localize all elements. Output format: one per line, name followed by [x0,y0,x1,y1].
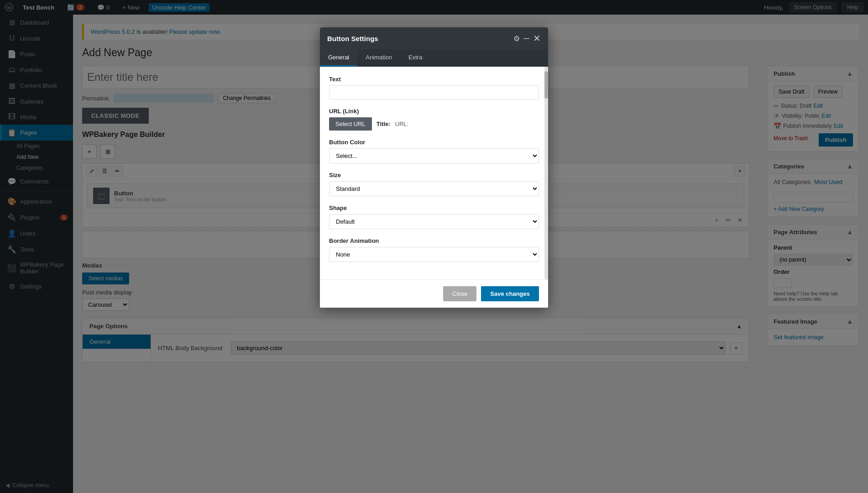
text-field-row: Text Sign up now! [329,76,539,100]
modal-overlay: Button Settings ⚙ ─ ✕ General Animation … [0,0,868,493]
shape-label: Shape [329,205,539,211]
button-color-select[interactable]: Select... [329,148,539,163]
url-field-label: URL (Link) [329,108,539,115]
size-select[interactable]: Standard [329,181,539,196]
border-animation-row: Border Animation None [329,237,539,262]
modal-scrollbar-thumb[interactable] [544,71,548,99]
url-row: Select URL Title: URL: [329,117,539,131]
modal-title: Button Settings [327,35,378,42]
modal-minimize-button[interactable]: ─ [523,34,529,42]
url-url-label: URL: [395,121,409,127]
select-url-button[interactable]: Select URL [329,117,372,131]
modal-scroll-area: Text Sign up now! URL (Link) Select URL … [320,67,548,279]
shape-row: Shape Default [329,205,539,229]
modal-tab-general[interactable]: General [320,49,357,66]
url-field-row: URL (Link) Select URL Title: URL: [329,108,539,131]
modal-footer: Close Save changes [320,279,548,308]
modal-header-actions: ⚙ ─ ✕ [513,34,541,43]
modal-tab-extra[interactable]: Extra [400,49,430,66]
modal-save-button[interactable]: Save changes [481,286,539,301]
size-row: Size Standard [329,172,539,196]
url-title-label: Title: [376,121,391,127]
modal-close-button[interactable]: Close [443,286,476,301]
text-input[interactable]: Sign up now! [329,85,539,100]
text-field-label: Text [329,76,539,83]
modal-header: Button Settings ⚙ ─ ✕ [320,27,548,49]
modal-scrollbar-track [544,67,548,279]
shape-select[interactable]: Default [329,214,539,229]
modal-tab-animation[interactable]: Animation [357,49,400,66]
modal-gear-button[interactable]: ⚙ [513,34,520,43]
button-color-label: Button Color [329,139,539,146]
modal-body: Text Sign up now! URL (Link) Select URL … [320,67,548,279]
button-color-row: Button Color Select... [329,139,539,163]
border-animation-label: Border Animation [329,237,539,244]
border-animation-select[interactable]: None [329,247,539,262]
modal-close-x-button[interactable]: ✕ [533,34,541,43]
button-settings-modal: Button Settings ⚙ ─ ✕ General Animation … [320,27,548,308]
modal-tabs: General Animation Extra [320,49,548,67]
size-label: Size [329,172,539,178]
